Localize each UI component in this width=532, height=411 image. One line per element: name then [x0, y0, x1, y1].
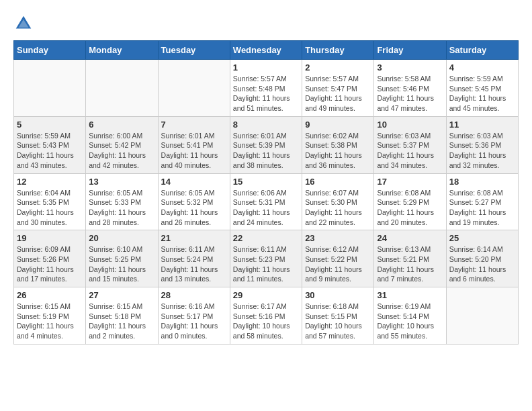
day-number: 23 — [305, 233, 371, 243]
day-number: 4 — [449, 62, 515, 73]
day-number: 28 — [161, 290, 227, 300]
calendar-cell: 1Sunrise: 5:57 AMSunset: 5:48 PMDaylight… — [230, 60, 302, 117]
calendar-cell: 16Sunrise: 6:07 AMSunset: 5:30 PMDayligh… — [302, 173, 374, 230]
page-header — [13, 13, 519, 34]
day-info: Sunrise: 6:05 AMSunset: 5:32 PMDaylight:… — [161, 188, 227, 228]
calendar-cell — [446, 287, 518, 345]
calendar-header-sunday: Sunday — [14, 41, 86, 60]
day-info: Sunrise: 6:15 AMSunset: 5:18 PMDaylight:… — [89, 302, 154, 341]
day-number: 6 — [89, 120, 154, 130]
day-number: 22 — [233, 233, 299, 243]
calendar-header-row: SundayMondayTuesdayWednesdayThursdayFrid… — [14, 41, 519, 60]
calendar-cell: 3Sunrise: 5:58 AMSunset: 5:46 PMDaylight… — [374, 60, 446, 117]
logo-icon — [13, 13, 34, 34]
day-info: Sunrise: 6:15 AMSunset: 5:19 PMDaylight:… — [17, 302, 83, 341]
calendar-cell: 8Sunrise: 6:01 AMSunset: 5:39 PMDaylight… — [230, 116, 302, 173]
day-info: Sunrise: 6:03 AMSunset: 5:36 PMDaylight:… — [449, 131, 515, 171]
day-number: 27 — [89, 290, 154, 300]
day-number: 30 — [305, 290, 371, 300]
calendar-cell: 21Sunrise: 6:11 AMSunset: 5:24 PMDayligh… — [158, 230, 230, 287]
calendar-week-row: 1Sunrise: 5:57 AMSunset: 5:48 PMDaylight… — [14, 60, 519, 117]
calendar-header-wednesday: Wednesday — [230, 41, 302, 60]
day-number: 2 — [305, 62, 371, 73]
calendar-cell: 29Sunrise: 6:17 AMSunset: 5:16 PMDayligh… — [230, 287, 302, 345]
calendar-week-row: 19Sunrise: 6:09 AMSunset: 5:26 PMDayligh… — [14, 230, 519, 287]
day-info: Sunrise: 6:07 AMSunset: 5:30 PMDaylight:… — [305, 188, 371, 228]
day-number: 17 — [377, 177, 443, 187]
calendar-cell: 23Sunrise: 6:12 AMSunset: 5:22 PMDayligh… — [302, 230, 374, 287]
day-info: Sunrise: 6:17 AMSunset: 5:16 PMDaylight:… — [233, 302, 299, 341]
calendar-cell: 24Sunrise: 6:13 AMSunset: 5:21 PMDayligh… — [374, 230, 446, 287]
calendar-cell: 26Sunrise: 6:15 AMSunset: 5:19 PMDayligh… — [14, 287, 86, 345]
day-info: Sunrise: 5:58 AMSunset: 5:46 PMDaylight:… — [377, 74, 443, 113]
calendar-cell: 27Sunrise: 6:15 AMSunset: 5:18 PMDayligh… — [86, 287, 158, 345]
day-number: 3 — [377, 62, 443, 73]
calendar-cell: 10Sunrise: 6:03 AMSunset: 5:37 PMDayligh… — [374, 116, 446, 173]
day-number: 1 — [233, 62, 299, 73]
day-info: Sunrise: 6:06 AMSunset: 5:31 PMDaylight:… — [233, 188, 299, 228]
calendar-cell: 20Sunrise: 6:10 AMSunset: 5:25 PMDayligh… — [86, 230, 158, 287]
day-number: 12 — [17, 177, 83, 187]
day-info: Sunrise: 6:00 AMSunset: 5:42 PMDaylight:… — [89, 131, 154, 171]
day-number: 29 — [233, 290, 299, 300]
calendar-cell — [86, 60, 158, 117]
calendar-cell — [158, 60, 230, 117]
calendar-cell: 15Sunrise: 6:06 AMSunset: 5:31 PMDayligh… — [230, 173, 302, 230]
day-info: Sunrise: 6:01 AMSunset: 5:41 PMDaylight:… — [161, 131, 227, 171]
calendar-cell: 28Sunrise: 6:16 AMSunset: 5:17 PMDayligh… — [158, 287, 230, 345]
logo — [13, 13, 36, 34]
day-info: Sunrise: 6:14 AMSunset: 5:20 PMDaylight:… — [449, 244, 515, 284]
calendar-header-monday: Monday — [86, 41, 158, 60]
day-info: Sunrise: 6:08 AMSunset: 5:27 PMDaylight:… — [449, 188, 515, 228]
day-number: 7 — [161, 120, 227, 130]
day-info: Sunrise: 5:59 AMSunset: 5:43 PMDaylight:… — [17, 131, 83, 171]
calendar-cell — [14, 60, 86, 117]
calendar-cell: 12Sunrise: 6:04 AMSunset: 5:35 PMDayligh… — [14, 173, 86, 230]
day-number: 18 — [449, 177, 515, 187]
day-info: Sunrise: 6:01 AMSunset: 5:39 PMDaylight:… — [233, 131, 299, 171]
calendar-week-row: 12Sunrise: 6:04 AMSunset: 5:35 PMDayligh… — [14, 173, 519, 230]
day-number: 5 — [17, 120, 83, 130]
day-info: Sunrise: 6:18 AMSunset: 5:15 PMDaylight:… — [305, 302, 371, 341]
day-number: 31 — [377, 290, 443, 300]
calendar-cell: 31Sunrise: 6:19 AMSunset: 5:14 PMDayligh… — [374, 287, 446, 345]
day-info: Sunrise: 6:11 AMSunset: 5:23 PMDaylight:… — [233, 244, 299, 284]
day-number: 20 — [89, 233, 154, 243]
calendar-cell: 9Sunrise: 6:02 AMSunset: 5:38 PMDaylight… — [302, 116, 374, 173]
calendar-cell: 2Sunrise: 5:57 AMSunset: 5:47 PMDaylight… — [302, 60, 374, 117]
calendar-cell: 4Sunrise: 5:59 AMSunset: 5:45 PMDaylight… — [446, 60, 518, 117]
calendar-cell: 17Sunrise: 6:08 AMSunset: 5:29 PMDayligh… — [374, 173, 446, 230]
calendar-header-friday: Friday — [374, 41, 446, 60]
calendar-cell: 30Sunrise: 6:18 AMSunset: 5:15 PMDayligh… — [302, 287, 374, 345]
calendar-header-tuesday: Tuesday — [158, 41, 230, 60]
day-info: Sunrise: 5:57 AMSunset: 5:47 PMDaylight:… — [305, 74, 371, 113]
calendar-cell: 18Sunrise: 6:08 AMSunset: 5:27 PMDayligh… — [446, 173, 518, 230]
calendar-table: SundayMondayTuesdayWednesdayThursdayFrid… — [13, 40, 519, 345]
day-info: Sunrise: 6:04 AMSunset: 5:35 PMDaylight:… — [17, 188, 83, 228]
day-number: 15 — [233, 177, 299, 187]
day-number: 16 — [305, 177, 371, 187]
calendar-week-row: 5Sunrise: 5:59 AMSunset: 5:43 PMDaylight… — [14, 116, 519, 173]
day-number: 21 — [161, 233, 227, 243]
calendar-cell: 13Sunrise: 6:05 AMSunset: 5:33 PMDayligh… — [86, 173, 158, 230]
day-info: Sunrise: 6:19 AMSunset: 5:14 PMDaylight:… — [377, 302, 443, 341]
calendar-cell: 6Sunrise: 6:00 AMSunset: 5:42 PMDaylight… — [86, 116, 158, 173]
calendar-cell: 19Sunrise: 6:09 AMSunset: 5:26 PMDayligh… — [14, 230, 86, 287]
day-number: 13 — [89, 177, 154, 187]
calendar-cell: 11Sunrise: 6:03 AMSunset: 5:36 PMDayligh… — [446, 116, 518, 173]
calendar-cell: 5Sunrise: 5:59 AMSunset: 5:43 PMDaylight… — [14, 116, 86, 173]
day-number: 10 — [377, 120, 443, 130]
day-info: Sunrise: 6:12 AMSunset: 5:22 PMDaylight:… — [305, 244, 371, 284]
day-info: Sunrise: 6:08 AMSunset: 5:29 PMDaylight:… — [377, 188, 443, 228]
day-info: Sunrise: 5:59 AMSunset: 5:45 PMDaylight:… — [449, 74, 515, 113]
day-info: Sunrise: 6:05 AMSunset: 5:33 PMDaylight:… — [89, 188, 154, 228]
day-number: 24 — [377, 233, 443, 243]
day-number: 26 — [17, 290, 83, 300]
calendar-cell: 14Sunrise: 6:05 AMSunset: 5:32 PMDayligh… — [158, 173, 230, 230]
day-info: Sunrise: 6:11 AMSunset: 5:24 PMDaylight:… — [161, 244, 227, 284]
day-info: Sunrise: 6:10 AMSunset: 5:25 PMDaylight:… — [89, 244, 154, 284]
calendar-week-row: 26Sunrise: 6:15 AMSunset: 5:19 PMDayligh… — [14, 287, 519, 345]
day-info: Sunrise: 5:57 AMSunset: 5:48 PMDaylight:… — [233, 74, 299, 113]
day-info: Sunrise: 6:13 AMSunset: 5:21 PMDaylight:… — [377, 244, 443, 284]
calendar-header-saturday: Saturday — [446, 41, 518, 60]
